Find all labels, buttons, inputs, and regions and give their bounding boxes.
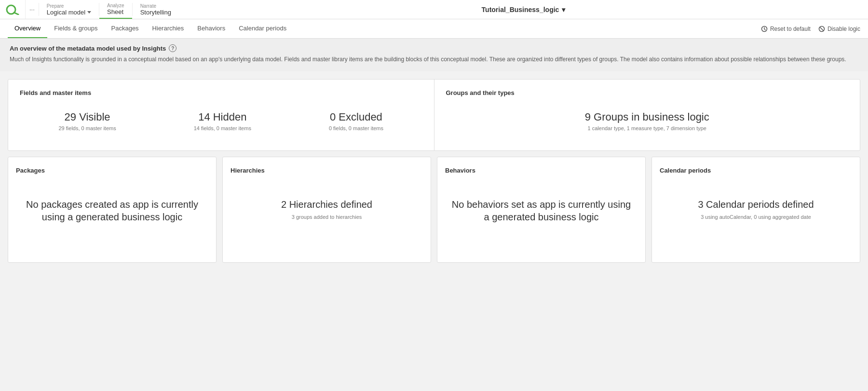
app-title-area: Tutorial_Business_logic ▾	[179, 0, 868, 19]
top-navigation: ··· Prepare Logical model Analyze Sheet …	[0, 0, 868, 19]
visible-stat: 29 Visible 29 fields, 0 master items	[49, 106, 125, 136]
disable-logic-button[interactable]: Disable logic	[818, 26, 860, 32]
app-title-text: Tutorial_Business_logic	[482, 6, 559, 13]
prepare-dropdown-arrow	[87, 11, 91, 13]
visible-label: 29 fields, 0 master items	[58, 125, 116, 131]
calendar-periods-card-title: Calendar periods	[660, 167, 852, 174]
nav-label-analyze: Analyze	[107, 3, 124, 8]
hierarchies-sub-text: 3 groups added to hierarchies	[235, 214, 418, 221]
nav-main-prepare: Logical model	[47, 9, 91, 16]
groups-stat: 9 Groups in business logic 1 calendar ty…	[575, 106, 719, 136]
groups-card-title: Groups and their types	[446, 89, 849, 96]
visible-number: 29 Visible	[58, 111, 116, 123]
calendar-periods-main-text: 3 Calendar periods defined	[665, 198, 847, 211]
groups-number: 9 Groups in business logic	[585, 111, 709, 123]
packages-card-content: No packages created as app is currently …	[16, 189, 208, 236]
calendar-periods-card-content: 3 Calendar periods defined 3 using autoC…	[660, 189, 852, 230]
hidden-number: 14 Hidden	[194, 111, 251, 123]
svg-line-1	[14, 13, 18, 14]
fields-stats: 29 Visible 29 fields, 0 master items 14 …	[20, 106, 422, 136]
tabs-bar: Overview Fields & groups Packages Hierar…	[0, 19, 868, 39]
tab-behaviors[interactable]: Behaviors	[190, 19, 232, 38]
hidden-label: 14 fields, 0 master items	[194, 125, 251, 131]
logo-area	[0, 0, 26, 19]
packages-card-title: Packages	[16, 167, 208, 174]
tab-fields-groups[interactable]: Fields & groups	[47, 19, 104, 38]
more-options-button[interactable]: ···	[26, 0, 39, 19]
groups-card: Groups and their types 9 Groups in busin…	[434, 80, 860, 150]
packages-main-text: No packages created as app is currently …	[21, 198, 203, 223]
nav-section-analyze[interactable]: Analyze Sheet	[99, 0, 132, 19]
qlik-logo-svg	[6, 4, 19, 15]
tab-calendar-periods[interactable]: Calendar periods	[232, 19, 293, 38]
excluded-label: 0 fields, 0 master items	[329, 125, 383, 131]
calendar-periods-sub-text: 3 using autoCalendar, 0 using aggregated…	[665, 214, 847, 221]
nav-label-narrate: Narrate	[140, 3, 171, 9]
help-icon[interactable]: ?	[169, 44, 176, 52]
nav-section-narrate[interactable]: Narrate Storytelling	[133, 0, 179, 19]
reset-icon	[761, 26, 768, 32]
behaviors-card: Behaviors No behaviors set as app is cur…	[437, 157, 646, 263]
nav-section-prepare[interactable]: Prepare Logical model	[39, 0, 99, 19]
nav-main-narrate: Storytelling	[140, 9, 171, 16]
cards-row-2: Packages No packages created as app is c…	[8, 157, 860, 263]
packages-card: Packages No packages created as app is c…	[8, 157, 217, 263]
behaviors-card-content: No behaviors set as app is currently usi…	[445, 189, 637, 236]
svg-line-4	[820, 27, 823, 30]
qlik-logo	[6, 4, 19, 15]
groups-stats: 9 Groups in business logic 1 calendar ty…	[446, 106, 849, 136]
main-content: An overview of the metadata model used b…	[0, 39, 868, 263]
tabs-actions: Reset to default Disable logic	[761, 26, 860, 32]
groups-label: 1 calendar type, 1 measure type, 7 dimen…	[585, 125, 709, 131]
hierarchies-card-content: 2 Hierarchies defined 3 groups added to …	[231, 189, 423, 230]
behaviors-card-title: Behaviors	[445, 167, 637, 174]
app-title-chevron: ▾	[562, 6, 565, 13]
nav-main-analyze: Sheet	[107, 8, 124, 15]
info-banner: An overview of the metadata model used b…	[0, 39, 868, 71]
tab-hierarchies[interactable]: Hierarchies	[146, 19, 191, 38]
disable-icon	[818, 26, 825, 32]
tab-overview[interactable]: Overview	[8, 19, 47, 38]
behaviors-main-text: No behaviors set as app is currently usi…	[450, 198, 633, 223]
fields-card-title: Fields and master items	[20, 89, 422, 96]
info-banner-text: Much of Insights functionality is ground…	[10, 55, 858, 64]
hidden-stat: 14 Hidden 14 fields, 0 master items	[184, 106, 261, 136]
tab-packages[interactable]: Packages	[105, 19, 146, 38]
hierarchies-card: Hierarchies 2 Hierarchies defined 3 grou…	[222, 157, 431, 263]
nav-label-prepare: Prepare	[47, 3, 91, 9]
info-banner-title: An overview of the metadata model used b…	[10, 44, 858, 52]
cards-row-1: Fields and master items 29 Visible 29 fi…	[8, 79, 860, 151]
hierarchies-main-text: 2 Hierarchies defined	[235, 198, 418, 211]
hierarchies-card-title: Hierarchies	[231, 167, 423, 174]
app-title[interactable]: Tutorial_Business_logic ▾	[482, 6, 566, 13]
reset-to-default-button[interactable]: Reset to default	[761, 26, 811, 32]
excluded-stat: 0 Excluded 0 fields, 0 master items	[319, 106, 393, 136]
fields-master-items-card: Fields and master items 29 Visible 29 fi…	[8, 80, 434, 150]
excluded-number: 0 Excluded	[329, 111, 383, 123]
calendar-periods-card: Calendar periods 3 Calendar periods defi…	[651, 157, 860, 263]
